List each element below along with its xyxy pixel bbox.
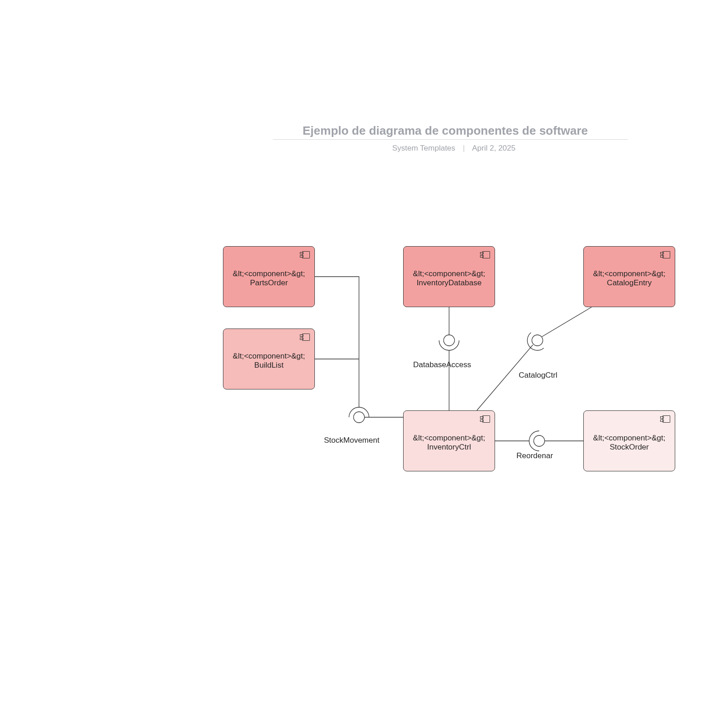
stereotype-label: &lt;<component>&gt;: [410, 434, 488, 443]
component-icon: [660, 415, 670, 423]
component-buildlist[interactable]: &lt;<component>&gt; BuildList: [223, 329, 315, 389]
component-name: InventoryDatabase: [410, 278, 488, 288]
component-name: PartsOrder: [230, 278, 308, 288]
component-inventoryctrl[interactable]: &lt;<component>&gt; InventoryCtrl: [403, 410, 495, 471]
component-name: InventoryCtrl: [410, 443, 488, 452]
component-stockorder[interactable]: &lt;<component>&gt; StockOrder: [583, 410, 675, 471]
ball-stockmovement: [354, 412, 364, 423]
stereotype-label: &lt;<component>&gt;: [230, 269, 308, 278]
component-name: CatalogEntry: [590, 278, 668, 288]
component-catalogentry[interactable]: &lt;<component>&gt; CatalogEntry: [583, 246, 675, 307]
diagram-canvas: Ejemplo de diagrama de componentes de so…: [0, 0, 728, 728]
connector-layer: [0, 0, 728, 728]
component-icon: [480, 415, 490, 423]
stereotype-label: &lt;<component>&gt;: [590, 434, 668, 443]
interface-label-databaseaccess: DatabaseAccess: [413, 360, 471, 369]
stereotype-label: &lt;<component>&gt;: [590, 269, 668, 278]
component-name: BuildList: [230, 361, 308, 370]
edge-catalogentry-catalogctrl: [542, 307, 592, 337]
component-icon: [300, 251, 310, 258]
ball-catalogctrl: [532, 335, 543, 346]
interface-label-stockmovement: StockMovement: [324, 436, 379, 445]
interface-label-catalogctrl: CatalogCtrl: [519, 371, 557, 380]
component-icon: [300, 334, 310, 341]
component-name: StockOrder: [590, 443, 668, 452]
component-icon: [480, 251, 490, 258]
ball-databaseaccess: [444, 335, 455, 346]
ball-reordenar: [534, 435, 545, 446]
component-partsorder[interactable]: &lt;<component>&gt; PartsOrder: [223, 246, 315, 307]
component-inventorydatabase[interactable]: &lt;<component>&gt; InventoryDatabase: [403, 246, 495, 307]
stereotype-label: &lt;<component>&gt;: [410, 269, 488, 278]
interface-label-reordenar: Reordenar: [516, 451, 553, 460]
stereotype-label: &lt;<component>&gt;: [230, 352, 308, 361]
edge-partsorder-stockmovement: [315, 277, 359, 407]
component-icon: [660, 251, 670, 258]
